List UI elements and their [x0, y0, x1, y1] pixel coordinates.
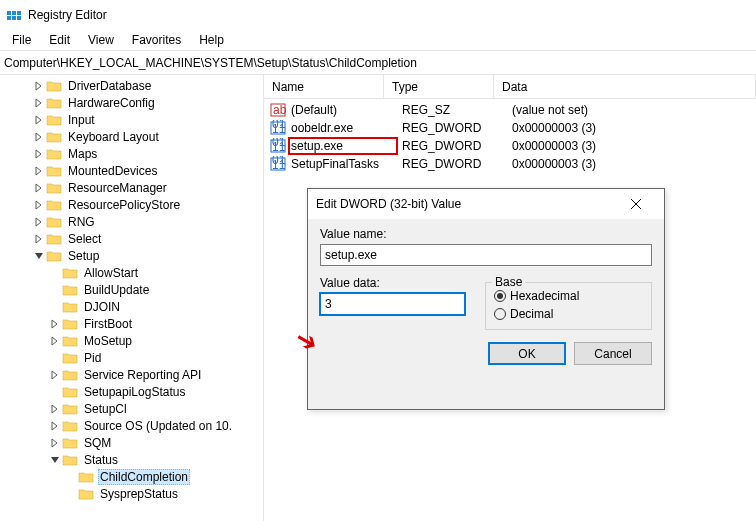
- tree-item[interactable]: Source OS (Updated on 10.: [0, 417, 263, 434]
- tree-item-label: Status: [82, 453, 120, 467]
- value-name: setup.exe: [290, 139, 396, 153]
- address-text: Computer\HKEY_LOCAL_MACHINE\SYSTEM\Setup…: [4, 56, 417, 70]
- binary-value-icon: 011110: [270, 138, 286, 154]
- tree-item-label: DJOIN: [82, 300, 122, 314]
- chevron-right-icon[interactable]: [48, 421, 62, 431]
- tree-item[interactable]: Pid: [0, 349, 263, 366]
- col-header-name[interactable]: Name: [264, 75, 384, 98]
- chevron-down-icon[interactable]: [48, 455, 62, 465]
- svg-text:110: 110: [272, 122, 286, 136]
- chevron-right-icon[interactable]: [48, 404, 62, 414]
- value-type: REG_DWORD: [396, 139, 506, 153]
- menu-edit[interactable]: Edit: [41, 31, 78, 49]
- chevron-right-icon[interactable]: [32, 183, 46, 193]
- chevron-right-icon[interactable]: [48, 336, 62, 346]
- list-item[interactable]: 011110setup.exeREG_DWORD0x00000003 (3): [264, 137, 756, 155]
- col-header-type[interactable]: Type: [384, 75, 494, 98]
- cancel-label: Cancel: [594, 347, 631, 361]
- tree-item[interactable]: DJOIN: [0, 298, 263, 315]
- chevron-right-icon[interactable]: [32, 81, 46, 91]
- address-bar[interactable]: Computer\HKEY_LOCAL_MACHINE\SYSTEM\Setup…: [0, 51, 756, 75]
- dialog-close-button[interactable]: [616, 191, 656, 217]
- value-data-input[interactable]: [320, 293, 465, 315]
- svg-text:ab: ab: [273, 103, 286, 117]
- tree-item[interactable]: ChildCompletion: [0, 468, 263, 485]
- chevron-right-icon[interactable]: [32, 115, 46, 125]
- folder-icon: [46, 164, 62, 178]
- menu-favorites[interactable]: Favorites: [124, 31, 189, 49]
- tree-item[interactable]: Select: [0, 230, 263, 247]
- list-item[interactable]: 011110oobeldr.exeREG_DWORD0x00000003 (3): [264, 119, 756, 137]
- value-type: REG_DWORD: [396, 157, 506, 171]
- tree-item-label: Maps: [66, 147, 99, 161]
- tree-item[interactable]: Service Reporting API: [0, 366, 263, 383]
- tree-item-label: Pid: [82, 351, 103, 365]
- radio-icon: [494, 290, 506, 302]
- tree-item[interactable]: BuildUpdate: [0, 281, 263, 298]
- tree-item[interactable]: AllowStart: [0, 264, 263, 281]
- value-data-label: Value data:: [320, 276, 465, 290]
- chevron-right-icon[interactable]: [32, 234, 46, 244]
- folder-icon: [78, 470, 94, 484]
- tree-item[interactable]: SQM: [0, 434, 263, 451]
- value-data: 0x00000003 (3): [506, 139, 756, 153]
- tree-item[interactable]: SysprepStatus: [0, 485, 263, 502]
- list-item[interactable]: 011110SetupFinalTasksREG_DWORD0x00000003…: [264, 155, 756, 173]
- folder-icon: [46, 147, 62, 161]
- tree-item[interactable]: ResourcePolicyStore: [0, 196, 263, 213]
- tree-item[interactable]: RNG: [0, 213, 263, 230]
- tree-item[interactable]: HardwareConfig: [0, 94, 263, 111]
- folder-icon: [62, 283, 78, 297]
- chevron-right-icon[interactable]: [32, 132, 46, 142]
- tree-item[interactable]: SetupCl: [0, 400, 263, 417]
- col-header-data[interactable]: Data: [494, 75, 756, 98]
- chevron-right-icon[interactable]: [48, 370, 62, 380]
- list-item[interactable]: ab(Default)REG_SZ(value not set): [264, 101, 756, 119]
- chevron-right-icon[interactable]: [32, 149, 46, 159]
- value-name-input[interactable]: [320, 244, 652, 266]
- edit-dword-dialog: Edit DWORD (32-bit) Value Value name: Va…: [307, 188, 665, 410]
- menu-help[interactable]: Help: [191, 31, 232, 49]
- tree-item-label: Input: [66, 113, 97, 127]
- tree-item[interactable]: MoSetup: [0, 332, 263, 349]
- radio-hexadecimal[interactable]: Hexadecimal: [494, 287, 643, 305]
- tree-pane[interactable]: DriverDatabaseHardwareConfigInputKeyboar…: [0, 75, 264, 521]
- cancel-button[interactable]: Cancel: [574, 342, 652, 365]
- chevron-right-icon[interactable]: [32, 217, 46, 227]
- chevron-right-icon[interactable]: [32, 200, 46, 210]
- tree-item-label: SetupapiLogStatus: [82, 385, 187, 399]
- chevron-right-icon[interactable]: [48, 438, 62, 448]
- tree-item[interactable]: ResourceManager: [0, 179, 263, 196]
- ok-button[interactable]: OK: [488, 342, 566, 365]
- tree-item[interactable]: Keyboard Layout: [0, 128, 263, 145]
- binary-value-icon: 011110: [270, 156, 286, 172]
- tree-item-label: FirstBoot: [82, 317, 134, 331]
- folder-icon: [62, 368, 78, 382]
- tree-item[interactable]: DriverDatabase: [0, 77, 263, 94]
- tree-item-label: Keyboard Layout: [66, 130, 161, 144]
- chevron-right-icon[interactable]: [32, 166, 46, 176]
- menu-view[interactable]: View: [80, 31, 122, 49]
- tree-item[interactable]: FirstBoot: [0, 315, 263, 332]
- folder-icon: [62, 402, 78, 416]
- tree-item[interactable]: SetupapiLogStatus: [0, 383, 263, 400]
- chevron-down-icon[interactable]: [32, 251, 46, 261]
- menu-file[interactable]: File: [4, 31, 39, 49]
- list-header: Name Type Data: [264, 75, 756, 99]
- tree-item[interactable]: Setup: [0, 247, 263, 264]
- folder-icon: [46, 79, 62, 93]
- svg-rect-3: [7, 16, 11, 20]
- base-label: Base: [492, 275, 525, 289]
- tree-item[interactable]: Input: [0, 111, 263, 128]
- tree-item-label: Setup: [66, 249, 101, 263]
- ok-label: OK: [518, 347, 535, 361]
- tree-item[interactable]: Status: [0, 451, 263, 468]
- chevron-right-icon[interactable]: [48, 319, 62, 329]
- folder-icon: [62, 300, 78, 314]
- value-data: (value not set): [506, 103, 756, 117]
- radio-decimal[interactable]: Decimal: [494, 305, 643, 323]
- tree-item[interactable]: MountedDevices: [0, 162, 263, 179]
- tree-item[interactable]: Maps: [0, 145, 263, 162]
- chevron-right-icon[interactable]: [32, 98, 46, 108]
- value-type: REG_DWORD: [396, 121, 506, 135]
